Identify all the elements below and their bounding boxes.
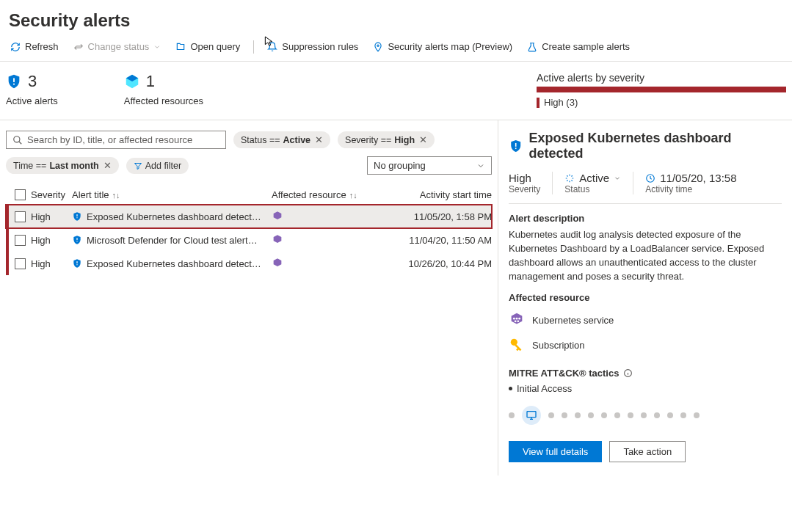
grouping-label: No grouping <box>374 160 426 171</box>
suppression-label: Suppression rules <box>282 41 358 52</box>
sort-icon: ↑↓ <box>112 191 120 200</box>
map-icon <box>373 42 383 52</box>
monitor-icon <box>526 409 537 421</box>
row-title: Exposed Kubernetes dashboard detect… <box>72 258 272 269</box>
svg-point-16 <box>515 321 517 323</box>
filter-status[interactable]: Status == Active ✕ <box>233 131 330 148</box>
row-severity: High <box>31 235 72 246</box>
severity-entry-text: High (3) <box>544 97 578 108</box>
affected-resource-item[interactable]: Kubernetes service <box>509 307 782 332</box>
stage-active <box>522 406 541 425</box>
affected-resources-stat: 1 Affected resources <box>124 72 203 108</box>
info-icon[interactable] <box>623 368 633 378</box>
search-placeholder: Search by ID, title, or affected resourc… <box>27 134 192 145</box>
svg-point-18 <box>511 339 517 346</box>
stage-dot <box>548 412 554 418</box>
add-filter-button[interactable]: Add filter <box>126 158 189 174</box>
row-checkbox[interactable] <box>15 211 26 222</box>
row-title-text: Exposed Kubernetes dashboard detect… <box>87 211 261 222</box>
close-icon[interactable]: ✕ <box>315 134 323 145</box>
svg-rect-2 <box>13 84 15 85</box>
sample-alerts-label: Create sample alerts <box>542 41 630 52</box>
shield-icon <box>72 211 82 222</box>
suppression-button[interactable]: Suppression rules <box>261 38 364 55</box>
svg-rect-4 <box>76 214 77 216</box>
open-query-button[interactable]: Open query <box>170 38 246 55</box>
svg-rect-1 <box>13 78 15 82</box>
stage-dot <box>694 412 700 418</box>
affected-resource-item[interactable]: Subscription <box>509 332 782 357</box>
stage-dot <box>509 412 515 418</box>
filter-time[interactable]: Time == Last month ✕ <box>6 157 119 174</box>
affected-count: 1 <box>146 72 155 91</box>
summary-bar: 3 Active alerts 1 Affected resources Act… <box>0 62 792 120</box>
table-row[interactable]: HighExposed Kubernetes dashboard detect…… <box>6 205 492 228</box>
table-row[interactable]: HighExposed Kubernetes dashboard detect…… <box>6 252 492 275</box>
refresh-label: Refresh <box>25 41 59 52</box>
svg-point-14 <box>516 318 518 320</box>
severity-panel-title: Active alerts by severity <box>537 72 786 84</box>
key-icon <box>509 337 525 353</box>
alerts-map-button[interactable]: Security alerts map (Preview) <box>367 38 518 55</box>
change-status-button: Change status <box>68 38 167 55</box>
grouping-select[interactable]: No grouping <box>367 156 492 175</box>
svg-rect-20 <box>527 412 536 418</box>
query-icon <box>175 42 186 52</box>
cube-icon <box>124 73 140 90</box>
svg-rect-6 <box>76 238 77 240</box>
col-affected-resource[interactable]: Affected resource↑↓ <box>272 189 396 200</box>
clock-icon <box>645 173 655 183</box>
close-icon[interactable]: ✕ <box>103 160 112 171</box>
shield-alert-icon <box>6 73 22 90</box>
svg-point-17 <box>517 321 519 323</box>
row-title: Exposed Kubernetes dashboard detect… <box>72 211 272 222</box>
row-resource <box>272 234 396 246</box>
select-all-checkbox[interactable] <box>15 189 26 200</box>
active-alerts-label: Active alerts <box>6 95 58 106</box>
svg-rect-11 <box>515 147 517 149</box>
search-input[interactable]: Search by ID, title, or affected resourc… <box>6 131 226 149</box>
stage-dot <box>588 412 594 418</box>
alert-list-panel: Search by ID, title, or affected resourc… <box>0 120 498 475</box>
affected-label: Affected resources <box>124 95 203 106</box>
svg-rect-7 <box>76 241 77 241</box>
swap-icon <box>73 42 84 52</box>
filter-severity[interactable]: Severity == High ✕ <box>338 131 435 148</box>
view-full-details-button[interactable]: View full details <box>509 441 602 462</box>
alerts-map-label: Security alerts map (Preview) <box>388 41 512 52</box>
mouse-cursor-icon <box>263 34 275 48</box>
row-checkbox[interactable] <box>15 258 26 269</box>
svg-point-0 <box>377 45 379 46</box>
svg-point-3 <box>14 136 20 142</box>
stage-dot <box>614 412 620 418</box>
active-alerts-stat: 3 Active alerts <box>6 72 58 108</box>
shield-icon <box>72 258 82 269</box>
take-action-button[interactable]: Take action <box>609 441 686 462</box>
meta-severity: High Severity <box>509 172 553 194</box>
severity-bar <box>537 87 786 92</box>
open-query-label: Open query <box>190 41 240 52</box>
col-alert-title[interactable]: Alert title↑↓ <box>72 189 272 200</box>
active-alerts-count: 3 <box>28 72 37 91</box>
row-checkbox[interactable] <box>15 235 26 246</box>
bullet-icon <box>509 387 512 390</box>
close-icon[interactable]: ✕ <box>419 134 427 145</box>
stage-dot <box>654 412 660 418</box>
row-title-text: Microsoft Defender for Cloud test alert… <box>87 235 258 246</box>
alert-description-heading: Alert description <box>509 213 782 224</box>
refresh-button[interactable]: Refresh <box>4 38 65 55</box>
toolbar: Refresh Change status Open query Suppres… <box>0 38 792 62</box>
meta-status[interactable]: Active Status <box>553 172 633 194</box>
alert-description: Kubernetes audit log analysis detected e… <box>509 228 782 283</box>
sample-alerts-button[interactable]: Create sample alerts <box>521 38 636 55</box>
search-icon <box>12 135 23 145</box>
table-header: Severity Alert title↑↓ Affected resource… <box>6 185 492 205</box>
col-severity[interactable]: Severity <box>31 189 72 200</box>
table-row[interactable]: HighMicrosoft Defender for Cloud test al… <box>6 228 492 252</box>
col-activity-start[interactable]: Activity start time <box>396 189 492 200</box>
spinner-icon <box>564 173 575 183</box>
kubernetes-icon <box>272 211 283 222</box>
svg-rect-5 <box>76 217 77 218</box>
change-status-label: Change status <box>88 41 150 52</box>
row-title-text: Exposed Kubernetes dashboard detect… <box>87 258 261 269</box>
